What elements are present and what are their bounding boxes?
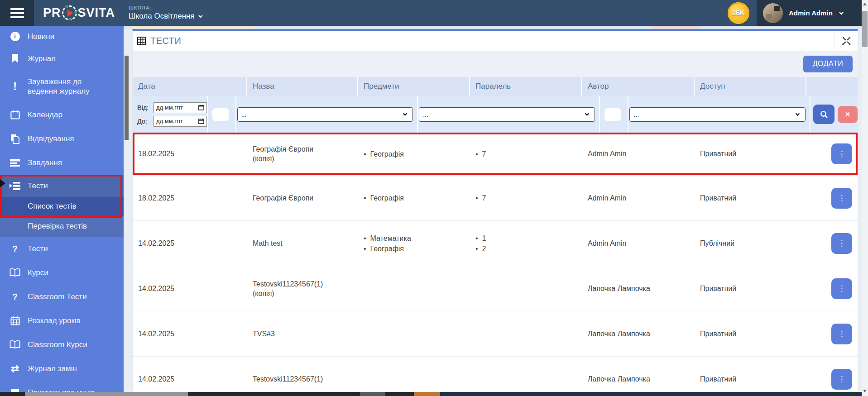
sidebar-item-journal-remarks[interactable]: ! Зауваження до ведення журналу — [0, 70, 124, 103]
sidebar-subitem-test-list[interactable]: Список тестів — [0, 197, 124, 216]
user-menu[interactable]: Admin Admin — [757, 0, 862, 26]
name-filter-input[interactable] — [212, 108, 229, 121]
row-author: Admin Amin — [582, 221, 695, 266]
row-parallels: 7 — [470, 176, 582, 220]
row-access: Приватний — [695, 357, 806, 396]
vertical-scrollbar[interactable] — [862, 0, 868, 396]
date-filter: Від: дд.мм.гггг До: дд.мм.гггг — [133, 96, 208, 133]
pages-icon — [9, 133, 21, 145]
sidebar-subitem-test-check[interactable]: Перевірка тестів — [0, 216, 124, 237]
table-row: 18.02.2025 Географія Європи Географія 7 … — [133, 175, 858, 220]
clear-filters-button[interactable]: ✕ — [838, 106, 858, 123]
school-switcher[interactable]: ШКОЛА: Школа Освітлення — [129, 5, 203, 21]
vertical-dots-icon: ⋮ — [838, 193, 846, 203]
taskbar-orange-segment — [414, 392, 440, 396]
school-name: Школа Освітлення — [129, 12, 195, 21]
calendar-icon — [9, 109, 21, 121]
scroll-up-arrow-icon[interactable] — [862, 1, 868, 7]
table-row: 14.02.2025 Testovski11234567(1) Лапочка … — [133, 356, 858, 396]
date-from-label: Від: — [137, 104, 153, 111]
sidebar-item-tests[interactable]: Тести — [0, 175, 124, 197]
row-actions-cell: ⋮ — [806, 266, 858, 311]
row-date: 18.02.2025 — [133, 133, 247, 175]
row-subjects — [358, 266, 470, 311]
sidebar-item-calendar[interactable]: Календар — [0, 103, 124, 127]
row-date: 14.02.2025 — [133, 221, 247, 266]
sidebar-item-news[interactable]: i Новини — [0, 26, 124, 47]
parallel-filter-select[interactable]: ... — [419, 107, 595, 122]
date-from-input[interactable]: дд.мм.гггг — [153, 102, 207, 113]
row-actions-button[interactable]: ⋮ — [831, 324, 852, 344]
vertical-scrollbar-thumb[interactable] — [862, 11, 868, 47]
row-actions-button[interactable]: ⋮ — [831, 233, 852, 254]
author-filter-input[interactable] — [604, 108, 621, 121]
hamburger-menu-button[interactable] — [0, 0, 34, 26]
row-actions-cell: ⋮ — [806, 311, 858, 356]
horizontal-scrollbar-thumb[interactable] — [25, 392, 188, 396]
vertical-dots-icon: ⋮ — [838, 149, 846, 159]
row-date: 14.02.2025 — [133, 266, 247, 311]
row-parallels — [470, 266, 582, 311]
indented-list-icon — [9, 180, 21, 192]
sidebar-item-classroom-courses[interactable]: Classroom Курси — [0, 333, 124, 357]
table-row: 18.02.2025 Географія Європи (копія) Геог… — [133, 133, 858, 175]
bottom-taskbar — [0, 392, 862, 396]
sidebar-nav: i Новини Журнал ! Зауваження до ведення … — [0, 26, 124, 396]
sidebar-item-attendance[interactable]: Відвідування — [0, 127, 124, 151]
coins-badge[interactable]: 16K — [728, 2, 749, 24]
expand-button[interactable] — [835, 31, 858, 51]
panel-toolbar: ДОДАТИ — [133, 51, 858, 77]
sidebar-item-journal[interactable]: Журнал — [0, 47, 124, 70]
row-parallels: 1 2 — [470, 221, 582, 266]
list-icon — [9, 157, 21, 169]
add-button[interactable]: ДОДАТИ — [803, 56, 853, 72]
expand-arrows-icon — [842, 37, 851, 45]
row-access: Приватний — [695, 176, 806, 220]
vertical-dots-icon: ⋮ — [838, 329, 846, 339]
row-actions-button[interactable]: ⋮ — [831, 143, 852, 164]
row-actions-button[interactable]: ⋮ — [831, 369, 852, 390]
row-subjects — [358, 357, 470, 396]
row-parallels: 7 — [470, 133, 582, 175]
panel-title: ТЕСТИ — [150, 36, 181, 46]
sidebar-item-tasks[interactable]: Завдання — [0, 151, 124, 175]
bookmark-icon — [9, 52, 21, 64]
sidebar-item-lesson-schedule[interactable]: Розклад уроків — [0, 309, 124, 333]
chevron-down-icon — [198, 14, 203, 19]
row-parallels — [470, 357, 582, 396]
logo-text-left: PR — [43, 6, 61, 20]
sidebar-scrollbar-thumb[interactable] — [125, 56, 129, 140]
sidebar-item-tests-question[interactable]: ? Тести — [0, 237, 124, 261]
avatar — [763, 3, 783, 23]
row-name: Географія Європи (копія) — [247, 133, 358, 175]
calendar-grid-icon — [9, 315, 21, 327]
vertical-dots-icon: ⋮ — [838, 374, 846, 384]
sidebar-item-classroom-tests[interactable]: ? Classroom Тести — [0, 285, 124, 309]
access-filter-select[interactable]: ... — [629, 107, 806, 122]
chevron-down-icon — [584, 111, 590, 117]
subjects-filter-select[interactable]: ... — [237, 107, 413, 122]
main-content: ТЕСТИ ДОДАТИ Дата Назва Предмети Паралел… — [124, 26, 862, 396]
row-actions-cell: ⋮ — [806, 133, 858, 175]
column-header-author: Автор — [582, 77, 695, 96]
row-author: Admin Amin — [582, 176, 695, 220]
sidebar-item-substitution-journal[interactable]: ⇄ Журнал замін — [0, 357, 124, 381]
row-actions-button[interactable]: ⋮ — [831, 278, 852, 299]
column-header-date: Дата — [133, 77, 247, 96]
chevron-down-icon — [795, 111, 801, 117]
user-name: Admin Admin — [789, 9, 833, 17]
access-filter-cell: ... — [628, 96, 810, 133]
row-name: Math test — [247, 221, 358, 266]
scroll-down-arrow-icon[interactable] — [862, 388, 868, 394]
filter-row: Від: дд.мм.гггг До: дд.мм.гггг — [133, 96, 858, 133]
search-button[interactable] — [813, 105, 834, 124]
scrolled-content-sliver — [124, 26, 862, 29]
date-to-input[interactable]: дд.мм.гггг — [153, 116, 207, 127]
table-body: 18.02.2025 Географія Європи (копія) Геог… — [133, 133, 858, 396]
row-actions-button[interactable]: ⋮ — [831, 188, 852, 209]
sidebar-item-courses[interactable]: Курси — [0, 261, 124, 285]
search-icon — [820, 110, 828, 119]
vertical-dots-icon: ⋮ — [838, 284, 846, 293]
close-icon: ✕ — [845, 110, 851, 119]
row-subjects — [358, 311, 470, 356]
